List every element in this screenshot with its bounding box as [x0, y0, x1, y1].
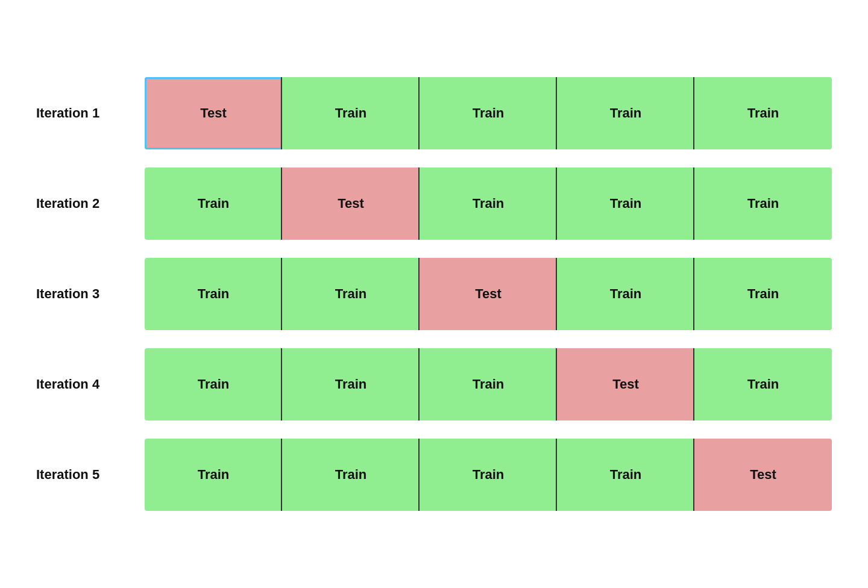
fold-2-2: Test	[282, 167, 420, 240]
folds-container-5: TrainTrainTrainTrainTest	[145, 439, 832, 511]
main-container: Iteration 1TestTrainTrainTrainTrainItera…	[0, 53, 868, 535]
fold-5-3: Train	[420, 439, 557, 511]
iteration-label-4: Iteration 4	[36, 377, 145, 392]
iteration-label-1: Iteration 1	[36, 105, 145, 121]
fold-1-5: Train	[694, 77, 832, 149]
fold-2-3: Train	[420, 167, 557, 240]
iteration-row-3: Iteration 3TrainTrainTestTrainTrain	[36, 258, 832, 330]
folds-container-2: TrainTestTrainTrainTrain	[145, 167, 832, 240]
fold-3-2: Train	[282, 258, 420, 330]
folds-container-3: TrainTrainTestTrainTrain	[145, 258, 832, 330]
iteration-row-4: Iteration 4TrainTrainTrainTestTrain	[36, 348, 832, 421]
fold-1-2: Train	[282, 77, 420, 149]
fold-1-4: Train	[557, 77, 694, 149]
iteration-row-5: Iteration 5TrainTrainTrainTrainTest	[36, 439, 832, 511]
fold-1-1: Test	[145, 77, 282, 149]
fold-2-5: Train	[694, 167, 832, 240]
fold-2-4: Train	[557, 167, 694, 240]
fold-5-4: Train	[557, 439, 694, 511]
iteration-label-3: Iteration 3	[36, 286, 145, 302]
iteration-label-5: Iteration 5	[36, 467, 145, 483]
fold-4-1: Train	[145, 348, 282, 421]
fold-2-1: Train	[145, 167, 282, 240]
fold-4-2: Train	[282, 348, 420, 421]
fold-3-1: Train	[145, 258, 282, 330]
folds-container-4: TrainTrainTrainTestTrain	[145, 348, 832, 421]
fold-4-4: Test	[557, 348, 694, 421]
fold-5-5: Test	[694, 439, 832, 511]
iteration-label-2: Iteration 2	[36, 196, 145, 211]
iteration-row-2: Iteration 2TrainTestTrainTrainTrain	[36, 167, 832, 240]
fold-4-3: Train	[420, 348, 557, 421]
iteration-row-1: Iteration 1TestTrainTrainTrainTrain	[36, 77, 832, 149]
folds-container-1: TestTrainTrainTrainTrain	[145, 77, 832, 149]
fold-3-5: Train	[694, 258, 832, 330]
fold-1-3: Train	[420, 77, 557, 149]
fold-5-1: Train	[145, 439, 282, 511]
fold-4-5: Train	[694, 348, 832, 421]
fold-3-3: Test	[420, 258, 557, 330]
fold-5-2: Train	[282, 439, 420, 511]
fold-3-4: Train	[557, 258, 694, 330]
